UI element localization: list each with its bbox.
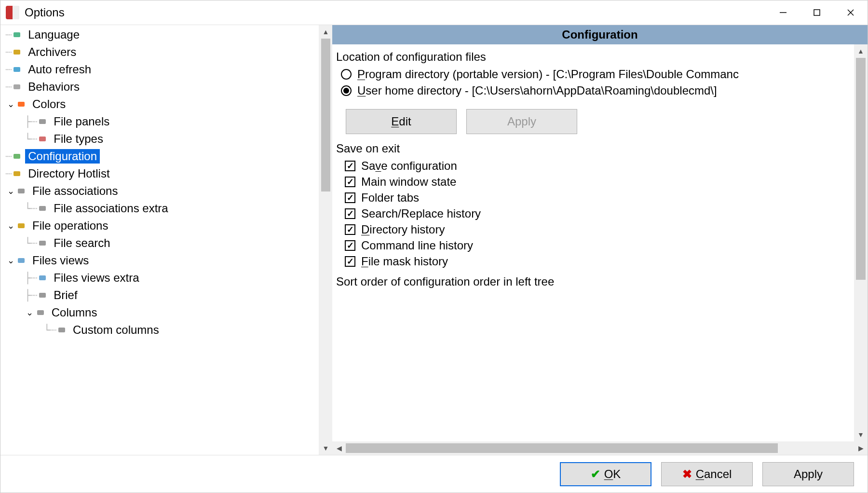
accel-letter: E <box>391 115 399 128</box>
search-icon <box>37 238 48 248</box>
close-button[interactable] <box>834 0 868 25</box>
tree-item-file-search[interactable]: └┈File search <box>0 234 319 252</box>
tree-item-label: Files views <box>29 253 92 268</box>
scrollbar-thumb[interactable] <box>346 443 778 453</box>
tree-pane: ┈Language┈Archivers┈Auto refresh┈Behavio… <box>0 25 332 455</box>
tree-item-custom-columns[interactable]: └┈Custom columns <box>0 321 319 339</box>
scrollbar-track[interactable] <box>854 58 868 428</box>
config-icon <box>12 151 22 162</box>
tree-item-brief[interactable]: ├┈Brief <box>0 287 319 304</box>
scroll-down-icon[interactable]: ▼ <box>854 428 868 441</box>
tree-item-file-associations[interactable]: ⌄File associations <box>0 182 319 200</box>
save-check-6[interactable]: File mask history <box>345 255 849 268</box>
tree-item-configuration[interactable]: ┈Configuration <box>0 148 319 165</box>
chevron-down-icon[interactable]: ⌄ <box>5 99 16 110</box>
scroll-right-icon[interactable]: ▶ <box>854 441 868 455</box>
save-check-2[interactable]: Folder tabs <box>345 191 849 205</box>
apply-button[interactable]: Apply <box>762 462 854 486</box>
save-check-1[interactable]: Main window state <box>345 175 849 189</box>
scrollbar-thumb[interactable] <box>856 58 866 280</box>
ok-button[interactable]: ✔ OK <box>560 462 651 486</box>
tree-item-behaviors[interactable]: ┈Behaviors <box>0 78 319 96</box>
svg-rect-4 <box>14 32 20 37</box>
checkbox-icon <box>345 224 355 235</box>
checkbox-icon <box>345 161 355 171</box>
tree-item-label: Behaviors <box>25 80 82 94</box>
svg-rect-8 <box>18 102 25 107</box>
tree-item-files-views[interactable]: ⌄Files views <box>0 252 319 269</box>
location-radio-0[interactable]: Program directory (portable version) - [… <box>341 68 849 81</box>
maximize-button[interactable] <box>800 0 834 25</box>
location-radio-1[interactable]: User home directory - [C:\Users\ahorn\Ap… <box>341 84 849 97</box>
cancel-button[interactable]: ✖ Cancel <box>661 462 753 486</box>
tree-item-label: Columns <box>49 305 100 320</box>
checkbox-label: Command line history <box>361 239 473 252</box>
svg-rect-15 <box>18 223 25 228</box>
tree-branch: └┈ <box>5 133 37 145</box>
scrollbar-thumb[interactable] <box>321 39 330 192</box>
chevron-down-icon[interactable]: ⌄ <box>5 255 16 266</box>
svg-rect-5 <box>14 50 20 55</box>
checkbox-label: Save configuration <box>361 159 457 173</box>
tree-item-label: Directory Hotlist <box>25 166 112 181</box>
checkbox-icon <box>345 256 355 267</box>
chevron-down-icon[interactable]: ⌄ <box>5 186 16 196</box>
tree-item-file-types[interactable]: └┈File types <box>0 130 319 148</box>
tree-item-auto-refresh[interactable]: ┈Auto refresh <box>0 61 319 78</box>
tree-branch: └┈ <box>5 203 37 215</box>
close-icon <box>847 9 854 16</box>
content-horizontal-scrollbar[interactable]: ◀ ▶ <box>332 441 868 455</box>
save-check-5[interactable]: Command line history <box>345 239 849 252</box>
tree-item-label: File search <box>51 236 113 250</box>
types-icon <box>37 134 48 144</box>
tree-item-label: File operations <box>29 219 111 233</box>
save-check-4[interactable]: Directory history <box>345 223 849 236</box>
svg-rect-6 <box>14 67 20 72</box>
content-header: Configuration <box>332 25 868 44</box>
tree-branch: ├┈ <box>5 116 37 128</box>
content-inner: Location of configuration files Program … <box>332 44 854 441</box>
scroll-left-icon[interactable]: ◀ <box>332 441 346 455</box>
checkbox-icon <box>345 192 355 203</box>
checkbox-label: Main window state <box>361 175 456 189</box>
minimize-button[interactable] <box>766 0 800 25</box>
chevron-down-icon[interactable]: ⌄ <box>5 220 16 231</box>
radio-icon <box>341 85 352 96</box>
scroll-down-icon[interactable]: ▼ <box>319 441 332 455</box>
fileops-icon <box>16 220 27 231</box>
tree-item-files-views-extra[interactable]: ├┈Files views extra <box>0 269 319 287</box>
maximize-icon <box>813 9 821 16</box>
scroll-up-icon[interactable]: ▲ <box>854 44 868 58</box>
save-check-3[interactable]: Search/Replace history <box>345 207 849 220</box>
svg-rect-9 <box>39 119 46 124</box>
edit-button[interactable]: Edit <box>346 109 457 134</box>
tree-item-archivers[interactable]: ┈Archivers <box>0 43 319 61</box>
tree-item-file-panels[interactable]: ├┈File panels <box>0 113 319 130</box>
svg-rect-16 <box>39 241 46 246</box>
main-body: ┈Language┈Archivers┈Auto refresh┈Behavio… <box>0 25 868 455</box>
tree-item-language[interactable]: ┈Language <box>0 26 319 43</box>
tree-item-colors[interactable]: ⌄Colors <box>0 96 319 113</box>
save-check-0[interactable]: Save configuration <box>345 159 849 173</box>
options-tree[interactable]: ┈Language┈Archivers┈Auto refresh┈Behavio… <box>0 25 319 340</box>
tree-item-label: Configuration <box>25 149 100 164</box>
content-vertical-scrollbar[interactable]: ▲ ▼ <box>854 44 868 441</box>
tree-scrollbar[interactable]: ▲ ▼ <box>319 25 332 455</box>
accel-letter: O <box>604 467 613 480</box>
tree-item-directory-hotlist[interactable]: ┈Directory Hotlist <box>0 165 319 182</box>
svg-rect-17 <box>18 258 25 263</box>
tree-branch: ┈ <box>5 151 12 163</box>
scrollbar-track[interactable] <box>319 39 332 441</box>
tree-item-file-associations-extra[interactable]: └┈File associations extra <box>0 200 319 217</box>
apply-location-button[interactable]: Apply <box>466 109 577 134</box>
svg-rect-7 <box>14 84 20 89</box>
tree-item-file-operations[interactable]: ⌄File operations <box>0 217 319 234</box>
svg-rect-1 <box>814 10 820 15</box>
checkbox-icon <box>345 208 355 219</box>
tree-item-columns[interactable]: ⌄Columns <box>0 304 319 321</box>
scroll-up-icon[interactable]: ▲ <box>319 25 332 39</box>
radio-label: Program directory (portable version) - [… <box>357 68 739 81</box>
chevron-down-icon[interactable]: ⌄ <box>25 307 35 318</box>
scrollbar-track[interactable] <box>346 441 854 455</box>
panels-icon <box>37 116 48 127</box>
